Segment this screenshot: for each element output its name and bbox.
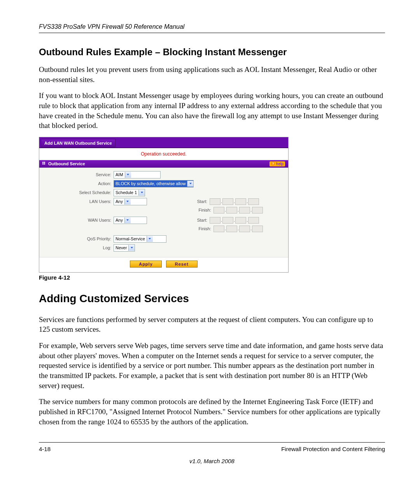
page-number: 4-18 [39,446,51,452]
log-label: Log: [39,245,114,250]
ip-octet-input[interactable] [210,198,220,205]
body-paragraph: The service numbers for many common prot… [39,397,385,427]
finish-ip-label: Finish: [194,208,214,212]
figure: Add LAN WAN Outbound Service Operation s… [39,137,385,281]
wan-users-label: WAN Users: [39,218,114,222]
action-label: Action: [39,181,114,186]
ui-screenshot: Add LAN WAN Outbound Service Operation s… [39,137,289,273]
ip-octet-input[interactable] [248,217,259,224]
chevron-down-icon [128,245,135,251]
chevron-down-icon [147,236,153,242]
figure-caption: Figure 4-12 [39,274,385,281]
ip-octet-input[interactable] [248,198,259,205]
section-title: Outbound Service [48,161,85,166]
form-panel: Service: AIM Action: BLOCK by schedule, … [39,168,288,257]
ip-octet-input[interactable] [226,207,237,214]
service-label: Service: [39,172,114,177]
section-heading-custom-services: Adding Customized Services [39,292,385,305]
ip-octet-input[interactable] [210,217,220,224]
lan-users-label: LAN Users: [39,199,114,204]
body-paragraph: Outbound rules let you prevent users fro… [39,65,385,84]
ip-octet-input[interactable] [239,226,250,232]
body-paragraph: If you want to block AOL Instant Messeng… [39,91,385,131]
body-paragraph: Services are functions performed by serv… [39,315,385,334]
chevron-down-icon [138,190,145,196]
ip-octet-input[interactable] [239,207,250,214]
log-select[interactable]: Never [114,244,135,252]
schedule-select[interactable]: Schedule 1 [114,189,145,196]
chevron-down-icon [187,181,193,187]
status-message: Operation succeeded. [39,148,288,160]
ip-octet-input[interactable] [252,226,263,232]
chevron-down-icon [124,217,131,223]
wan-users-select[interactable]: Any [114,217,147,224]
action-select[interactable]: BLOCK by schedule, otherwise allow [114,180,194,187]
qos-select[interactable]: Normal-Service [114,235,166,243]
chapter-title: Firewall Protection and Content Filterin… [281,446,385,452]
ip-octet-input[interactable] [235,198,246,205]
button-row: Apply Reset [39,257,288,272]
document-page: FVS338 ProSafe VPN Firewall 50 Reference… [0,0,420,480]
section-header-bar: Outbound Service help [39,160,288,168]
window-titlebar: Add LAN WAN Outbound Service [39,137,288,148]
body-paragraph: For example, Web servers serve Web pages… [39,341,385,390]
section-heading-outbound: Outbound Rules Example – Blocking Instan… [39,47,385,58]
chevron-down-icon [125,172,131,178]
service-select[interactable]: AIM [114,171,161,178]
start-ip-label: Start: [190,218,210,222]
apply-button[interactable]: Apply [130,261,162,268]
ip-octet-input[interactable] [214,207,224,214]
window-title: Add LAN WAN Outbound Service [41,139,116,147]
finish-ip-label: Finish: [194,226,214,231]
ip-octet-input[interactable] [235,217,246,224]
start-ip-label: Start: [190,199,210,204]
chevron-down-icon [124,199,131,205]
running-header: FVS338 ProSafe VPN Firewall 50 Reference… [39,23,385,33]
ip-octet-input[interactable] [222,198,233,205]
lan-users-select[interactable]: Any [114,198,147,205]
page-footer: 4-18 Firewall Protection and Content Fil… [39,442,385,452]
schedule-label: Select Schedule: [39,190,114,195]
ip-octet-input[interactable] [214,226,224,232]
document-version: v1.0, March 2008 [39,458,385,464]
reset-button[interactable]: Reset [166,261,198,268]
qos-label: QoS Priority: [39,236,114,241]
help-link[interactable]: help [270,161,285,166]
ip-octet-input[interactable] [226,226,237,232]
ip-octet-input[interactable] [222,217,233,224]
grid-icon [42,162,46,166]
ip-octet-input[interactable] [252,207,263,214]
